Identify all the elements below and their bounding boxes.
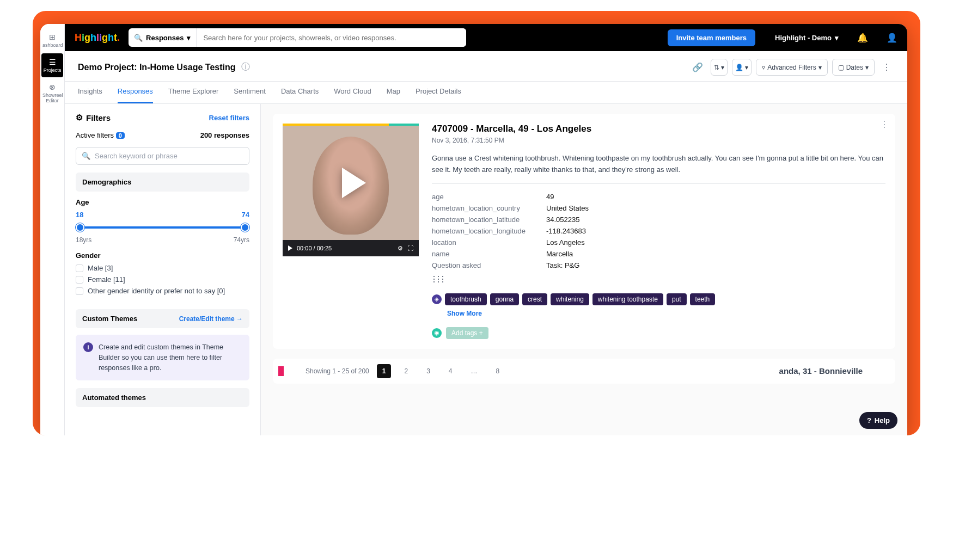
play-icon[interactable] xyxy=(342,168,366,198)
search-icon: 🔍 xyxy=(134,34,143,42)
sidebar-item-showreel[interactable]: ⊗ Showreel Editor xyxy=(41,78,63,108)
tag-chip[interactable]: whitening xyxy=(551,293,589,305)
tag-chip[interactable]: gonna xyxy=(490,293,519,305)
age-min-label: 18yrs xyxy=(76,236,91,244)
automated-themes-section[interactable]: Automated themes xyxy=(76,388,249,407)
tag-chip[interactable]: crest xyxy=(522,293,547,305)
search-input[interactable] xyxy=(197,28,466,47)
gender-option-female[interactable]: Female [11] xyxy=(76,275,249,284)
meta-val: -118.243683 xyxy=(546,227,586,235)
tag-chip[interactable]: teeth xyxy=(690,293,716,305)
meta-val: Marcella xyxy=(546,250,573,258)
project-header: Demo Project: In-Home Usage Testing ⓘ 🔗 … xyxy=(65,51,907,82)
user-filter-button[interactable]: 👤 ▾ xyxy=(732,59,752,76)
create-edit-theme-link[interactable]: Create/Edit theme → xyxy=(179,315,243,323)
tags-row: ◈ toothbrush gonna crest whitening white… xyxy=(432,293,885,305)
settings-icon[interactable]: ⚙ xyxy=(398,245,403,252)
page-button-2[interactable]: 2 xyxy=(399,364,413,378)
bell-icon[interactable]: 🔔 xyxy=(857,33,868,43)
slider-thumb-min[interactable] xyxy=(76,223,84,232)
page-ellipsis: … xyxy=(466,364,483,378)
chevron-down-icon: ▾ xyxy=(835,34,839,42)
meta-key: location xyxy=(432,238,546,247)
tab-responses[interactable]: Responses xyxy=(118,82,153,103)
sliders-icon: ⚙ xyxy=(76,113,83,122)
meta-val: 49 xyxy=(546,193,554,201)
filters-title: ⚙Filters xyxy=(76,113,111,122)
info-text: Create and edit custom themes in Theme B… xyxy=(99,342,242,373)
more-icon[interactable]: ⋮ xyxy=(880,119,889,130)
checkbox-icon xyxy=(76,287,83,295)
gender-option-other[interactable]: Other gender identity or prefer not to s… xyxy=(76,287,249,295)
meta-table: age49 hometown_location_countryUnited St… xyxy=(432,193,885,269)
page-button-8[interactable]: 8 xyxy=(491,364,505,378)
tab-insights[interactable]: Insights xyxy=(78,82,102,103)
tab-sentiment[interactable]: Sentiment xyxy=(234,82,266,103)
responses-panel: ⋮ 00:00 / 00:25 ⚙ xyxy=(261,104,907,435)
video-time: 00:00 / 00:25 xyxy=(297,245,332,251)
project-tabs: Insights Responses Theme Explorer Sentim… xyxy=(65,82,907,104)
meta-key: hometown_location_country xyxy=(432,204,546,212)
logo[interactable]: Highlight. xyxy=(75,32,120,44)
project-title: Demo Project: In-Home Usage Testing xyxy=(78,63,236,72)
keyword-search[interactable]: 🔍 Search keyword or phrase xyxy=(76,147,249,165)
video-frame[interactable] xyxy=(283,126,419,240)
reel-icon: ⊗ xyxy=(42,83,62,91)
option-label: Male [3] xyxy=(88,264,113,272)
slider-thumb-max[interactable] xyxy=(241,223,249,232)
tab-word-cloud[interactable]: Word Cloud xyxy=(334,82,371,103)
tab-data-charts[interactable]: Data Charts xyxy=(281,82,319,103)
pagination-summary: Showing 1 - 25 of 200 xyxy=(306,367,369,375)
meta-key: hometown_location_longitude xyxy=(432,227,546,235)
btn-label: Advanced Filters xyxy=(767,64,816,71)
more-icon[interactable]: ⋮ xyxy=(879,59,894,76)
tag-chip[interactable]: put xyxy=(667,293,687,305)
search-scope-dropdown[interactable]: 🔍 Responses ▾ xyxy=(129,28,197,47)
filter-icon: ▿ xyxy=(762,64,765,71)
meta-key: age xyxy=(432,193,546,201)
checkbox-icon xyxy=(76,276,83,284)
age-slider[interactable] xyxy=(76,222,249,233)
response-transcript: Gonna use a Crest whitening toothbrush. … xyxy=(432,153,885,184)
list-icon[interactable]: ᎒᎒᎒ xyxy=(432,275,885,285)
sidebar-item-dashboard[interactable]: ⊞ ashboard xyxy=(41,28,63,52)
stack-icon: ☰ xyxy=(42,58,62,66)
checkbox-icon xyxy=(76,264,83,272)
chevron-down-icon: ▾ xyxy=(818,64,822,71)
option-label: Female [11] xyxy=(88,275,125,284)
invite-button[interactable]: Invite team members xyxy=(668,29,755,46)
fullscreen-icon[interactable]: ⛶ xyxy=(407,245,413,251)
account-dropdown[interactable]: Highlight - Demo ▾ xyxy=(775,34,839,42)
age-min: 18 xyxy=(76,211,83,219)
gender-option-male[interactable]: Male [3] xyxy=(76,264,249,272)
theme-tag-icon: ◈ xyxy=(432,294,442,304)
tab-theme-explorer[interactable]: Theme Explorer xyxy=(168,82,218,103)
demographics-section[interactable]: Demographics xyxy=(76,173,249,192)
tag-chip[interactable]: toothbrush xyxy=(445,293,487,305)
page-button-3[interactable]: 3 xyxy=(421,364,436,378)
tab-project-details[interactable]: Project Details xyxy=(416,82,461,103)
tag-chip[interactable]: whitening toothpaste xyxy=(592,293,663,305)
sidebar-item-projects[interactable]: ☰ Projects xyxy=(41,53,63,77)
sidebar-label: ashboard xyxy=(42,42,63,48)
dates-button[interactable]: ▢Dates▾ xyxy=(832,59,875,76)
link-icon[interactable]: 🔗 xyxy=(689,59,706,76)
play-button-icon[interactable] xyxy=(288,245,292,251)
option-label: Other gender identity or prefer not to s… xyxy=(88,287,225,295)
user-icon[interactable]: 👤 xyxy=(887,33,897,43)
help-button[interactable]: ? Help xyxy=(859,412,897,429)
sort-button[interactable]: ⇅ ▾ xyxy=(711,59,728,76)
page-button-4[interactable]: 4 xyxy=(443,364,458,378)
page-button-1[interactable]: 1 xyxy=(377,364,392,378)
meta-val: Los Angeles xyxy=(546,238,585,247)
tab-map[interactable]: Map xyxy=(387,82,400,103)
video-player: 00:00 / 00:25 ⚙ ⛶ xyxy=(283,124,419,339)
custom-themes-section[interactable]: Custom ThemesCreate/Edit theme → xyxy=(76,309,249,328)
show-more-link[interactable]: Show More xyxy=(447,310,885,317)
response-card: ⋮ 00:00 / 00:25 ⚙ xyxy=(273,114,895,349)
search-scope-label: Responses xyxy=(146,34,184,42)
reset-filters-link[interactable]: Reset filters xyxy=(209,114,249,122)
info-icon[interactable]: ⓘ xyxy=(241,61,250,73)
add-tags-button[interactable]: Add tags + xyxy=(446,327,488,339)
advanced-filters-button[interactable]: ▿Advanced Filters▾ xyxy=(756,59,827,76)
